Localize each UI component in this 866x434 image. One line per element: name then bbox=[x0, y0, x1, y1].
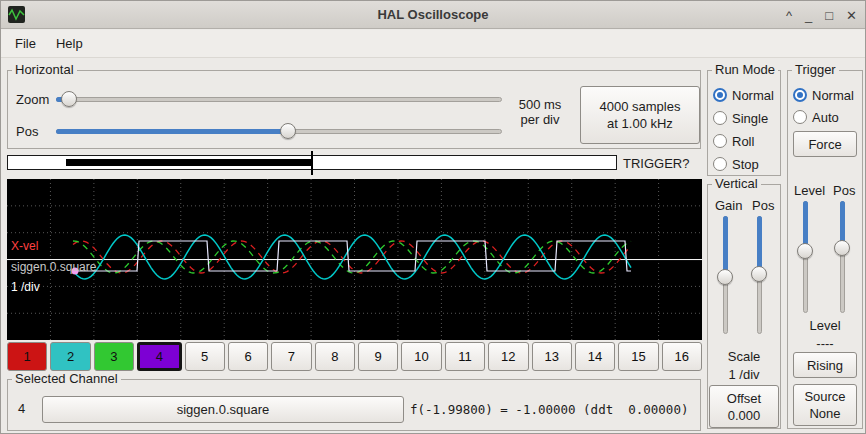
selected-channel-number: 4 bbox=[18, 401, 25, 416]
run-mode-normal[interactable]: Normal bbox=[713, 87, 774, 103]
hal-oscilloscope-window: HAL Oscilloscope ^ _ □ ✕ File Help Horiz… bbox=[0, 0, 866, 434]
rate-per-div-value: 500 ms bbox=[506, 97, 574, 112]
channel-button-10[interactable]: 10 bbox=[401, 342, 441, 371]
menubar: File Help bbox=[1, 30, 865, 58]
radio-icon[interactable] bbox=[713, 157, 727, 171]
trigger-mode-auto[interactable]: Auto bbox=[793, 109, 839, 125]
menu-help[interactable]: Help bbox=[46, 32, 93, 55]
channel-button-2[interactable]: 2 bbox=[50, 342, 90, 371]
trigger-level-slider[interactable] bbox=[796, 201, 814, 313]
slider-fill bbox=[56, 129, 288, 134]
channel-button-5[interactable]: 5 bbox=[185, 342, 225, 371]
channel-button-8[interactable]: 8 bbox=[315, 342, 355, 371]
slider-handle[interactable] bbox=[797, 243, 813, 259]
horizontal-frame: Horizontal Zoom Pos 500 ms per div 4000 … bbox=[7, 70, 701, 149]
trigger-title: Trigger bbox=[792, 62, 839, 77]
sample-rate-readout: 500 ms per div bbox=[506, 97, 574, 127]
channel-source-button[interactable]: siggen.0.square bbox=[42, 396, 404, 423]
radio-label: Normal bbox=[732, 88, 774, 103]
force-button[interactable]: Force bbox=[793, 131, 857, 157]
channel-button-7[interactable]: 7 bbox=[271, 342, 311, 371]
channel-button-4[interactable]: 4 bbox=[137, 342, 181, 371]
slider-handle[interactable] bbox=[751, 266, 767, 282]
selected-channel-frame: Selected Channel 4 siggen.0.square f(-1.… bbox=[7, 379, 701, 431]
zoom-slider[interactable] bbox=[56, 90, 502, 108]
trigger-level-value: ---- bbox=[788, 336, 862, 351]
scale-label: Scale bbox=[708, 349, 780, 364]
run-mode-roll[interactable]: Roll bbox=[713, 133, 754, 149]
horizontal-pos-slider[interactable] bbox=[56, 122, 502, 140]
slider-handle[interactable] bbox=[834, 240, 850, 256]
scope-signal-name: siggen.0.square bbox=[11, 260, 96, 274]
rate-per-div-label: per div bbox=[506, 112, 574, 127]
slider-handle[interactable] bbox=[717, 269, 733, 285]
edge-button[interactable]: Rising bbox=[793, 352, 857, 378]
maximize-button[interactable]: □ bbox=[825, 8, 833, 23]
vertical-gain-slider[interactable] bbox=[716, 216, 734, 334]
radio-icon[interactable] bbox=[793, 110, 807, 124]
vertical-title: Vertical bbox=[712, 176, 761, 191]
close-button[interactable]: ✕ bbox=[846, 8, 857, 23]
offset-value: 0.000 bbox=[728, 407, 761, 424]
force-label: Force bbox=[808, 136, 841, 153]
titlebar[interactable]: HAL Oscilloscope ^ _ □ ✕ bbox=[1, 1, 865, 29]
source-value: None bbox=[809, 405, 840, 422]
minimize-button[interactable]: _ bbox=[805, 8, 812, 23]
gain-column-label: Gain bbox=[715, 198, 742, 213]
radio-label: Normal bbox=[812, 88, 854, 103]
pos-column-label: Pos bbox=[752, 198, 774, 213]
level-column-label: Level bbox=[794, 183, 825, 198]
radio-icon[interactable] bbox=[713, 88, 727, 102]
slider-handle[interactable] bbox=[280, 123, 296, 139]
trigger-status-text: TRIGGER? bbox=[623, 156, 689, 171]
samples-button[interactable]: 4000 samples at 1.00 kHz bbox=[580, 86, 700, 144]
scope-display[interactable]: X-vel siggen.0.square 1 /div bbox=[7, 179, 702, 340]
zoom-label: Zoom bbox=[16, 92, 49, 107]
radio-icon[interactable] bbox=[793, 88, 807, 102]
trigger-frame: Trigger Normal Auto Force Level Pos Leve… bbox=[787, 70, 863, 429]
vertical-frame: Vertical Gain Pos Scale 1 /div Offset 0.… bbox=[707, 184, 781, 429]
scope-svg bbox=[7, 179, 702, 340]
samples-count: 4000 samples bbox=[600, 98, 681, 115]
run-mode-title: Run Mode bbox=[712, 62, 778, 77]
vertical-pos-slider[interactable] bbox=[750, 216, 768, 334]
slider-handle[interactable] bbox=[61, 91, 77, 107]
record-trigger-tick bbox=[311, 151, 313, 175]
source-label: Source bbox=[804, 388, 845, 405]
slider-track[interactable] bbox=[56, 97, 502, 102]
record-position-bar bbox=[7, 155, 617, 170]
menu-file[interactable]: File bbox=[5, 32, 46, 55]
channel-button-3[interactable]: 3 bbox=[94, 342, 134, 371]
channel-button-1[interactable]: 1 bbox=[7, 342, 47, 371]
offset-label: Offset bbox=[727, 390, 761, 407]
channel-button-11[interactable]: 11 bbox=[445, 342, 485, 371]
channel-button-9[interactable]: 9 bbox=[358, 342, 398, 371]
window-title: HAL Oscilloscope bbox=[1, 7, 865, 22]
trigger-mode-normal[interactable]: Normal bbox=[793, 87, 854, 103]
value-readout: f(-1.99800) = -1.00000 (ddt 0.00000) bbox=[410, 402, 688, 417]
channel-source-label: siggen.0.square bbox=[177, 401, 270, 418]
radio-icon[interactable] bbox=[713, 134, 727, 148]
record-captured-segment bbox=[66, 159, 312, 166]
pos-column-label: Pos bbox=[833, 183, 855, 198]
channel-button-15[interactable]: 15 bbox=[618, 342, 658, 371]
channel-button-14[interactable]: 14 bbox=[575, 342, 615, 371]
trigger-pos-slider[interactable] bbox=[833, 201, 851, 313]
channel-row: 12345678910111213141516 bbox=[7, 342, 702, 371]
channel-button-13[interactable]: 13 bbox=[532, 342, 572, 371]
horizontal-title: Horizontal bbox=[12, 62, 77, 77]
offset-button[interactable]: Offset 0.000 bbox=[709, 385, 779, 428]
radio-label: Stop bbox=[732, 157, 759, 172]
scale-value: 1 /div bbox=[708, 367, 780, 382]
channel-button-6[interactable]: 6 bbox=[228, 342, 268, 371]
scope-channel-name: X-vel bbox=[11, 239, 38, 253]
shade-button[interactable]: ^ bbox=[786, 8, 792, 23]
run-mode-frame: Run Mode Normal Single Roll Stop bbox=[707, 70, 781, 176]
channel-button-12[interactable]: 12 bbox=[488, 342, 528, 371]
channel-button-16[interactable]: 16 bbox=[662, 342, 702, 371]
samples-rate: at 1.00 kHz bbox=[607, 115, 673, 132]
run-mode-stop[interactable]: Stop bbox=[713, 156, 759, 172]
radio-icon[interactable] bbox=[713, 111, 727, 125]
run-mode-single[interactable]: Single bbox=[713, 110, 768, 126]
trigger-source-button[interactable]: Source None bbox=[793, 384, 857, 426]
